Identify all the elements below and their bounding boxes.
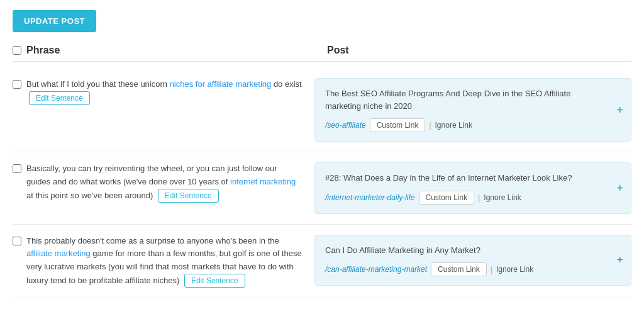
phrase-text-1: But what if I told you that these unicor… bbox=[26, 78, 302, 105]
post-title-2: #28: What Does a Day in the Life of an I… bbox=[325, 172, 621, 184]
plus-button-1[interactable]: + bbox=[616, 104, 623, 116]
post-card-3: Can I Do Affiliate Marketing in Any Mark… bbox=[314, 235, 631, 286]
phrase-col-2: Basically, you can try reinventing the w… bbox=[13, 162, 314, 203]
table-headers: Phrase Post bbox=[13, 45, 631, 62]
post-title-3: Can I Do Affiliate Marketing in Any Mark… bbox=[325, 244, 621, 257]
row1-checkbox[interactable] bbox=[13, 80, 21, 89]
post-actions-3: /can-affiliate-marketing-market Custom L… bbox=[325, 262, 621, 276]
phrase-header: Phrase bbox=[13, 45, 314, 56]
select-all-checkbox[interactable] bbox=[13, 46, 21, 55]
custom-link-button-1[interactable]: Custom Link bbox=[370, 118, 426, 132]
table-row: But what if I told you that these unicor… bbox=[13, 68, 631, 152]
table-row: This probably doesn't come as a surprise… bbox=[13, 225, 631, 298]
update-post-button[interactable]: UPDATE POST bbox=[13, 10, 96, 32]
edit-sentence-button-3[interactable]: Edit Sentence bbox=[184, 274, 245, 288]
post-actions-2: /internet-marketer-daily-life Custom Lin… bbox=[325, 191, 621, 205]
ignore-link-button-2[interactable]: Ignore Link bbox=[484, 193, 521, 202]
row2-checkbox[interactable] bbox=[13, 164, 21, 173]
phrase-col-3: This probably doesn't come as a surprise… bbox=[13, 235, 314, 288]
edit-sentence-button-2[interactable]: Edit Sentence bbox=[158, 189, 219, 203]
ignore-link-button-3[interactable]: Ignore Link bbox=[496, 265, 533, 274]
separator-3: | bbox=[491, 265, 492, 274]
phrase-col-1: But what if I told you that these unicor… bbox=[13, 78, 314, 105]
post-header: Post bbox=[314, 45, 631, 56]
post-card-1: The Best SEO Affiliate Programs And Deep… bbox=[314, 78, 631, 142]
phrase-link-3[interactable]: affiliate marketing bbox=[26, 249, 91, 258]
ignore-link-button-1[interactable]: Ignore Link bbox=[435, 121, 472, 130]
row3-checkbox[interactable] bbox=[13, 237, 21, 245]
post-actions-1: /seo-affiliate Custom Link | Ignore Link bbox=[325, 118, 621, 132]
edit-sentence-button-1[interactable]: Edit Sentence bbox=[29, 91, 90, 105]
phrase-link-2[interactable]: internet marketing bbox=[230, 177, 296, 186]
plus-button-2[interactable]: + bbox=[616, 183, 623, 194]
post-col-2: #28: What Does a Day in the Life of an I… bbox=[314, 162, 631, 214]
post-col-3: Can I Do Affiliate Marketing in Any Mark… bbox=[314, 235, 631, 286]
separator-1: | bbox=[429, 121, 431, 130]
post-col-1: The Best SEO Affiliate Programs And Deep… bbox=[314, 78, 631, 142]
post-slug-1: /seo-affiliate bbox=[325, 121, 366, 130]
table-row: Basically, you can try reinventing the w… bbox=[13, 152, 631, 225]
post-card-2: #28: What Does a Day in the Life of an I… bbox=[314, 162, 631, 214]
phrase-link-1[interactable]: niches for affiliate marketing bbox=[170, 79, 272, 89]
top-bar: UPDATE POST bbox=[13, 10, 631, 32]
post-slug-3: /can-affiliate-marketing-market bbox=[325, 265, 427, 274]
custom-link-button-2[interactable]: Custom Link bbox=[419, 191, 475, 205]
custom-link-button-3[interactable]: Custom Link bbox=[431, 262, 487, 276]
separator-2: | bbox=[478, 193, 480, 202]
plus-button-3[interactable]: + bbox=[616, 254, 623, 266]
phrase-text-2: Basically, you can try reinventing the w… bbox=[26, 162, 302, 203]
post-title-1: The Best SEO Affiliate Programs And Deep… bbox=[325, 87, 621, 112]
post-slug-2: /internet-marketer-daily-life bbox=[325, 193, 415, 202]
phrase-text-3: This probably doesn't come as a surprise… bbox=[26, 235, 302, 288]
